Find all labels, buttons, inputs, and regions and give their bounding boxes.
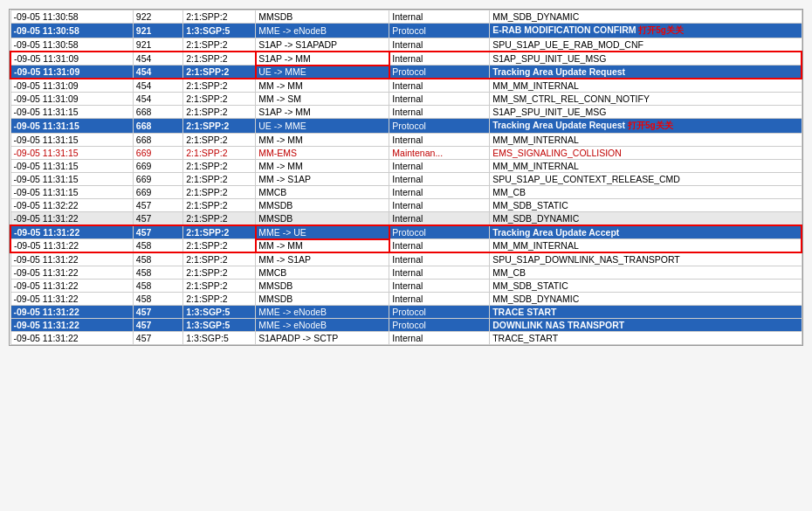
table-cell: S1APADP -> SCTP: [256, 332, 389, 345]
table-cell: MM_CB: [490, 186, 802, 199]
table-cell: Internal: [389, 173, 490, 186]
table-row: -09-05 11:31:156692:1:SPP:2MM -> S1APInt…: [10, 173, 802, 186]
table-cell: MMSDB: [256, 212, 389, 226]
table-cell: 2:1:SPP:2: [183, 147, 256, 160]
table-cell: TRACE START: [490, 306, 802, 319]
table-cell: -09-05 11:31:15: [10, 173, 133, 186]
table-cell: 1:3:SGP:5: [183, 306, 256, 319]
table-cell: MME -> eNodeB: [256, 319, 389, 332]
table-cell: Internal: [389, 293, 490, 306]
table-cell: 454: [133, 79, 182, 93]
table-cell: -09-05 11:31:15: [10, 106, 133, 119]
table-cell: 668: [133, 106, 182, 119]
table-cell: Protocol: [389, 319, 490, 332]
table-cell: Protocol: [389, 66, 490, 79]
table-cell: 2:1:SPP:2: [183, 212, 256, 226]
table-cell: 668: [133, 134, 182, 147]
table-cell: Internal: [389, 332, 490, 345]
table-cell: 2:1:SPP:2: [183, 186, 256, 199]
table-cell: 457: [133, 332, 182, 345]
table-row: -09-05 11:31:094542:1:SPP:2S1AP -> MMInt…: [10, 52, 802, 66]
table-cell: 2:1:SPP:2: [183, 199, 256, 212]
table-cell: 2:1:SPP:2: [183, 38, 256, 52]
table-cell: Internal: [389, 160, 490, 173]
table-cell: 457: [133, 225, 182, 239]
table-cell: MMSDB: [256, 293, 389, 306]
table-cell: Tracking Area Update Request 打开5g关关: [490, 119, 802, 134]
table-cell: 2:1:SPP:2: [183, 252, 256, 266]
table-row: -09-05 11:31:224582:1:SPP:2MMCBInternalM…: [10, 266, 802, 280]
table-row: -09-05 11:30:589222:1:SPP:2MMSDBInternal…: [10, 10, 802, 24]
table-cell: 457: [133, 212, 182, 226]
table-cell: 2:1:SPP:2: [183, 66, 256, 79]
table-cell: -09-05 11:31:15: [10, 160, 133, 173]
table-cell: -09-05 11:31:15: [10, 147, 133, 160]
table-row: -09-05 11:30:589212:1:SPP:2S1AP -> S1APA…: [10, 38, 802, 52]
table-cell: 458: [133, 252, 182, 266]
table-cell: MMCB: [256, 186, 389, 199]
table-cell: Protocol: [389, 24, 490, 38]
table-row: -09-05 11:31:224572:1:SPP:2MME -> UEProt…: [10, 225, 802, 239]
table-cell: S1AP_SPU_INIT_UE_MSG: [490, 52, 802, 66]
table-row: -09-05 11:30:589211:3:SGP:5MME -> eNodeB…: [10, 24, 802, 38]
table-cell: Internal: [389, 239, 490, 253]
table-cell: Protocol: [389, 119, 490, 134]
table-cell: Internal: [389, 212, 490, 226]
table-cell: SPU_S1AP_DOWNLINK_NAS_TRANSPORT: [490, 252, 802, 266]
table-row: -09-05 11:31:224582:1:SPP:2MM -> MMInter…: [10, 239, 802, 253]
table-row: -09-05 11:32:224572:1:SPP:2MMSDBInternal…: [10, 199, 802, 212]
table-cell: MM_SDB_DYNAMIC: [490, 293, 802, 306]
table-cell: MM -> MM: [256, 79, 389, 93]
table-cell: MM_SDB_STATIC: [490, 280, 802, 293]
table-cell: Internal: [389, 280, 490, 293]
table-cell: MMSDB: [256, 10, 389, 24]
table-cell: 2:1:SPP:2: [183, 106, 256, 119]
table-row: -09-05 11:31:224582:1:SPP:2MMSDBInternal…: [10, 280, 802, 293]
table-cell: -09-05 11:31:09: [10, 66, 133, 79]
signal-table: -09-05 11:30:589222:1:SPP:2MMSDBInternal…: [9, 9, 803, 346]
table-row: -09-05 11:31:156682:1:SPP:2UE -> MMEProt…: [10, 119, 802, 134]
table-cell: Tracking Area Update Request: [490, 66, 802, 79]
table-cell: EMS_SIGNALING_COLLISION: [490, 147, 802, 160]
table-cell: MM-EMS: [256, 147, 389, 160]
table-cell: 921: [133, 38, 182, 52]
table-cell: 2:1:SPP:2: [183, 266, 256, 280]
table-row: -09-05 11:31:156682:1:SPP:2S1AP -> MMInt…: [10, 106, 802, 119]
table-cell: 2:1:SPP:2: [183, 93, 256, 106]
table-row: -09-05 11:31:224582:1:SPP:2MMSDBInternal…: [10, 293, 802, 306]
table-cell: -09-05 11:31:22: [10, 332, 133, 345]
table-cell: 669: [133, 173, 182, 186]
table-cell: 669: [133, 160, 182, 173]
table-row: -09-05 11:31:094542:1:SPP:2MM -> SMInter…: [10, 93, 802, 106]
table-cell: -09-05 11:31:22: [10, 319, 133, 332]
table-cell: Internal: [389, 186, 490, 199]
table-cell: Internal: [389, 38, 490, 52]
table-row: -09-05 11:31:156692:1:SPP:2MM-EMSMainten…: [10, 147, 802, 160]
table-cell: -09-05 11:30:58: [10, 38, 133, 52]
table-cell: 1:3:SGP:5: [183, 319, 256, 332]
table-cell: 2:1:SPP:2: [183, 239, 256, 253]
table-cell: -09-05 11:31:22: [10, 239, 133, 253]
table-cell: SPU_S1AP_UE_CONTEXT_RELEASE_CMD: [490, 173, 802, 186]
table-cell: Maintenan...: [389, 147, 490, 160]
table-cell: 458: [133, 293, 182, 306]
table-cell: MM_SDB_DYNAMIC: [490, 212, 802, 226]
table-cell: 458: [133, 239, 182, 253]
table-cell: S1AP -> S1APADP: [256, 38, 389, 52]
table-cell: 921: [133, 24, 182, 38]
table-cell: Internal: [389, 79, 490, 93]
table-cell: MM_MM_INTERNAL: [490, 79, 802, 93]
table-cell: UE -> MME: [256, 66, 389, 79]
table-cell: MMCB: [256, 266, 389, 280]
table-cell: MM_CB: [490, 266, 802, 280]
table-cell: 2:1:SPP:2: [183, 173, 256, 186]
table-cell: -09-05 11:31:22: [10, 212, 133, 226]
table-row: -09-05 11:31:224582:1:SPP:2MM -> S1APInt…: [10, 252, 802, 266]
table-cell: MM_MM_INTERNAL: [490, 134, 802, 147]
table-cell: -09-05 11:31:22: [10, 293, 133, 306]
table-cell: Internal: [389, 52, 490, 66]
table-cell: Protocol: [389, 225, 490, 239]
table-row: -09-05 11:31:094542:1:SPP:2MM -> MMInter…: [10, 79, 802, 93]
table-cell: MM_SDB_STATIC: [490, 199, 802, 212]
table-cell: 669: [133, 186, 182, 199]
